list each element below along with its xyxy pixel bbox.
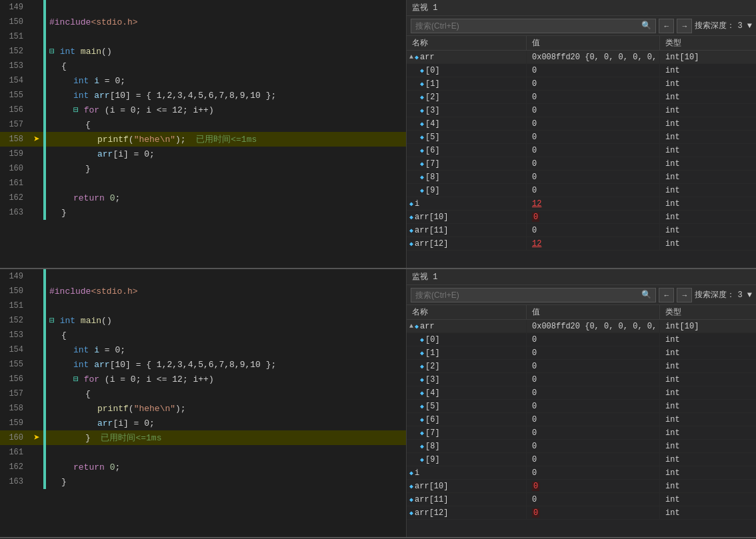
code-line-163: 163}	[0, 474, 406, 489]
watch-row-arr12[interactable]: ◆ arr[12]12int	[407, 237, 756, 251]
code-line-153: 153{	[0, 328, 406, 342]
watch-type-i: int	[660, 197, 756, 211]
watch-row-arr8[interactable]: ◆ [8]0int	[407, 440, 756, 453]
code-line-157: 157{	[0, 117, 406, 132]
watch-row-arr5[interactable]: ◆ [5]0int	[407, 131, 756, 144]
code-content: {	[46, 389, 406, 399]
code-line-154: 154int i = 0;	[0, 73, 406, 88]
watch-row-arr11[interactable]: ◆ arr[11]0int	[407, 493, 756, 506]
watch-name-arr1: ◆ [1]	[407, 77, 527, 91]
watch-value-i: 12	[527, 197, 660, 211]
line-number: 158	[0, 135, 30, 144]
watch-name-arr11: ◆ arr[11]	[407, 493, 527, 506]
arrow-indicator: ➤	[33, 133, 40, 146]
watch-type-i: int	[660, 466, 756, 480]
watch-row-arr7[interactable]: ◆ [7]0int	[407, 157, 756, 171]
watch-value-arr2: 0	[527, 360, 660, 373]
watch-name-arr8: ◆ [8]	[407, 440, 527, 453]
watch-row-arr5[interactable]: ◆ [5]0int	[407, 400, 756, 413]
search-input[interactable]	[415, 21, 641, 31]
watch-name-arr5: ◆ [5]	[407, 400, 527, 413]
watch-row-arr3[interactable]: ◆ [3]0int	[407, 373, 756, 386]
watch-row-arr6[interactable]: ◆ [6]0int	[407, 144, 756, 157]
watch-row-arr4[interactable]: ◆ [4]0int	[407, 117, 756, 131]
search-box[interactable]: 🔍	[411, 19, 656, 33]
header-name: 名称	[407, 305, 527, 320]
watch-row-arr10[interactable]: ◆ arr[10]0int	[407, 211, 756, 224]
watch-title: 监视 1	[407, 0, 756, 16]
watch-name-arr9: ◆ [9]	[407, 184, 527, 197]
code-line-158: 158printf("hehe\n");	[0, 401, 406, 416]
watch-name-arr10: ◆ arr[10]	[407, 480, 527, 493]
watch-value-arr12: 12	[527, 237, 660, 251]
watch-row-i[interactable]: ◆ i12int	[407, 197, 756, 211]
code-line-161: 161	[0, 445, 406, 460]
nav-forward-button[interactable]: →	[677, 19, 692, 33]
watch-row-arr6[interactable]: ◆ [6]0int	[407, 413, 756, 426]
watch-type-arr2: int	[660, 91, 756, 104]
code-content: #include<stdio.h>	[46, 17, 406, 27]
header-value: 值	[527, 305, 660, 320]
watch-row-arr2[interactable]: ◆ [2]0int	[407, 91, 756, 104]
watch-row-arr12[interactable]: ◆ arr[12]0int	[407, 506, 756, 520]
watch-row-arr3[interactable]: ◆ [3]0int	[407, 104, 756, 117]
line-number: 154	[0, 345, 30, 354]
watch-value-arr0: 0	[527, 333, 660, 346]
watch-type-arr4: int	[660, 117, 756, 131]
watch-row-arr7[interactable]: ◆ [7]0int	[407, 426, 756, 440]
line-number: 163	[0, 477, 30, 486]
watch-name-arr3: ◆ [3]	[407, 373, 527, 386]
watch-type-arr3: int	[660, 104, 756, 117]
code-line-158: 158➤printf("hehe\n"); 已用时间<=1ms	[0, 132, 406, 147]
search-input[interactable]	[415, 290, 641, 300]
green-bar	[43, 29, 46, 44]
header-value: 值	[527, 36, 660, 51]
search-icon: 🔍	[641, 21, 651, 31]
watch-row-arr0[interactable]: ◆ [0]0int	[407, 333, 756, 346]
green-bar	[43, 298, 46, 313]
watch-rows: ▲ ◆ arr0x008ffd20 {0, 0, 0, 0, 0, 0, 0, …	[407, 320, 756, 537]
watch-row-arr10[interactable]: ◆ arr[10]0int	[407, 480, 756, 493]
watch-row-arr4[interactable]: ◆ [4]0int	[407, 386, 756, 400]
code-panel-0: 149150#include<stdio.h>151152⊟ int main(…	[0, 0, 407, 268]
watch-row-arr[interactable]: ▲ ◆ arr0x008ffd20 {0, 0, 0, 0, 0, 0, 0, …	[407, 51, 756, 64]
watch-row-arr[interactable]: ▲ ◆ arr0x008ffd20 {0, 0, 0, 0, 0, 0, 0, …	[407, 320, 756, 333]
nav-back-button[interactable]: ←	[659, 19, 674, 33]
watch-row-arr11[interactable]: ◆ arr[11]0int	[407, 224, 756, 237]
code-line-156: 156⊟ for (i = 0; i <= 12; i++)	[0, 103, 406, 117]
code-content: }	[46, 164, 406, 174]
depth-label: 搜索深度：	[695, 289, 735, 300]
watch-row-arr8[interactable]: ◆ [8]0int	[407, 171, 756, 184]
nav-back-button[interactable]: ←	[659, 288, 674, 302]
watch-row-arr1[interactable]: ◆ [1]0int	[407, 346, 756, 360]
code-content: #include<stdio.h>	[46, 286, 406, 296]
watch-panel-0: 监视 1🔍←→搜索深度：3 ▼名称值类型▲ ◆ arr0x008ffd20 {0…	[407, 0, 756, 268]
watch-name-arr2: ◆ [2]	[407, 91, 527, 104]
watch-name-arr8: ◆ [8]	[407, 171, 527, 184]
line-number: 158	[0, 404, 30, 413]
watch-row-arr9[interactable]: ◆ [9]0int	[407, 453, 756, 466]
nav-forward-button[interactable]: →	[677, 288, 692, 302]
watch-value-arr: 0x008ffd20 {0, 0, 0, 0, 0, 0, 0, ...	[527, 320, 660, 333]
watch-value-arr8: 0	[527, 171, 660, 184]
line-number: 153	[0, 330, 30, 340]
search-box[interactable]: 🔍	[411, 288, 656, 302]
code-content: ⊟ int main()	[46, 315, 406, 326]
watch-type-arr10: int	[660, 480, 756, 493]
watch-row-arr0[interactable]: ◆ [0]0int	[407, 64, 756, 77]
watch-row-arr1[interactable]: ◆ [1]0int	[407, 77, 756, 91]
watch-row-arr2[interactable]: ◆ [2]0int	[407, 360, 756, 373]
code-content: arr[i] = 0;	[46, 149, 406, 159]
line-number: 160	[0, 433, 30, 442]
watch-type-arr11: int	[660, 224, 756, 237]
watch-row-arr9[interactable]: ◆ [9]0int	[407, 184, 756, 197]
watch-row-i[interactable]: ◆ i0int	[407, 466, 756, 480]
line-number: 159	[0, 418, 30, 428]
watch-type-arr7: int	[660, 157, 756, 171]
watch-name-arr0: ◆ [0]	[407, 64, 527, 77]
watch-value-arr1: 0	[527, 346, 660, 360]
header-type: 类型	[660, 36, 756, 51]
line-gutter: ➤	[30, 133, 43, 146]
watch-value-arr11: 0	[527, 224, 660, 237]
watch-value-arr5: 0	[527, 400, 660, 413]
